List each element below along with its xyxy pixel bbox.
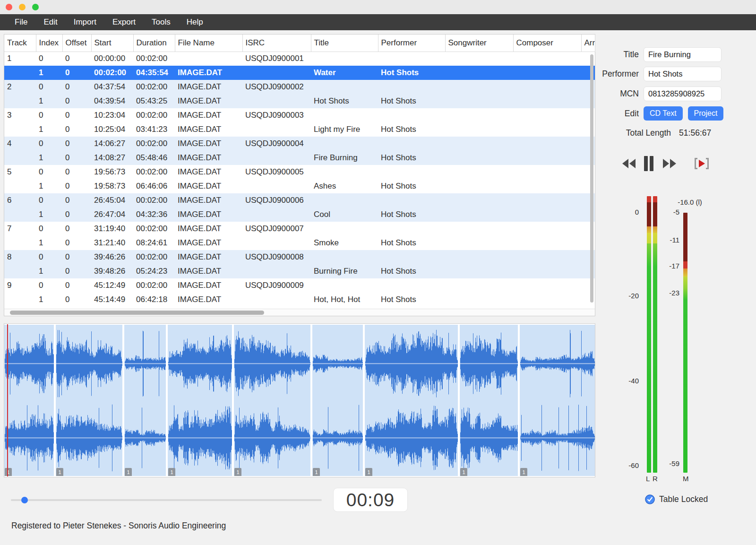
table-horizontal-scrollbar-thumb[interactable] — [10, 311, 264, 315]
cd-text-button[interactable]: CD Text — [644, 106, 683, 121]
menu-item-tools[interactable]: Tools — [144, 14, 179, 30]
cell-title — [311, 80, 378, 94]
level-meters: -16.0 (l) 0 -20 -40 -60 -5 -11 -17 -23 -… — [595, 196, 756, 485]
table-locked-toggle[interactable]: Table Locked — [644, 494, 708, 505]
table-row[interactable]: 1031:21:4008:24:61IMAGE.DATSmokeHot Shot… — [4, 236, 595, 250]
cell-index: 1 — [36, 122, 62, 137]
column-header-index[interactable]: Index — [36, 35, 62, 52]
cell-duration: 00:02:00 — [133, 193, 175, 208]
column-header-songwriter[interactable]: Songwriter — [445, 35, 513, 52]
cell-songwriter — [445, 278, 513, 293]
insert-marker-button[interactable] — [693, 156, 710, 171]
column-header-duration[interactable]: Duration — [133, 35, 175, 52]
zoom-window-button[interactable] — [32, 4, 39, 10]
cell-offset: 0 — [62, 94, 91, 108]
cell-performer — [378, 222, 445, 236]
column-header-start[interactable]: Start — [91, 35, 133, 52]
cell-file — [175, 52, 242, 66]
table-row[interactable]: 1026:47:0404:32:36IMAGE.DATCoolHot Shots — [4, 208, 595, 222]
table-vertical-scrollbar-thumb[interactable] — [590, 54, 593, 303]
table-row[interactable]: 60026:45:0400:02:00IMAGE.DATUSQDJ0900006 — [4, 193, 595, 208]
table-row[interactable]: 1039:48:2605:24:23IMAGE.DATBurning FireH… — [4, 264, 595, 278]
cell-songwriter — [445, 151, 513, 165]
cell-songwriter — [445, 193, 513, 208]
cell-index: 0 — [36, 137, 62, 151]
table-row[interactable]: 1045:14:4906:42:18IMAGE.DATHot, Hot, Hot… — [4, 293, 595, 307]
seek-slider-thumb[interactable] — [21, 497, 28, 503]
table-row[interactable]: 1014:08:2705:48:46IMAGE.DATFire BurningH… — [4, 151, 595, 165]
project-button[interactable]: Project — [688, 106, 724, 121]
table-row[interactable]: 20004:37:5400:02:00IMAGE.DATUSQDJ0900002 — [4, 80, 595, 94]
column-header-file-name[interactable]: File Name — [175, 35, 242, 52]
table-row[interactable]: 30010:23:0400:02:00IMAGE.DATUSQDJ0900003 — [4, 108, 595, 122]
seek-slider-track[interactable] — [11, 499, 322, 501]
table-horizontal-scrollbar[interactable] — [4, 309, 595, 316]
meter-scale-label: -17 — [661, 262, 679, 270]
table-row[interactable]: 10000:00:0000:02:00USQDJ0900001 — [4, 52, 595, 66]
title-input[interactable] — [644, 47, 722, 62]
cell-composer — [513, 94, 581, 108]
minimize-window-button[interactable] — [19, 4, 26, 10]
cell-isrc — [242, 208, 311, 222]
table-row[interactable]: 1000:02:0004:35:54IMAGE.DATWaterHot Shot… — [4, 66, 595, 80]
meter-scale-label: -23 — [661, 289, 679, 297]
cell-index: 1 — [36, 236, 62, 250]
table-row[interactable]: 1004:39:5405:43:25IMAGE.DATHot ShotsHot … — [4, 94, 595, 108]
mcn-input[interactable] — [644, 87, 722, 101]
cell-isrc: USQDJ0900007 — [242, 222, 311, 236]
meter-scale-label: -40 — [620, 377, 639, 385]
column-header-track[interactable]: Track — [4, 35, 36, 52]
menu-item-file[interactable]: File — [7, 14, 35, 30]
cell-offset: 0 — [62, 66, 91, 80]
column-header-performer[interactable]: Performer — [378, 35, 445, 52]
cell-duration: 05:48:46 — [133, 151, 175, 165]
column-header-arr[interactable]: Arr — [581, 35, 595, 52]
column-header-isrc[interactable]: ISRC — [242, 35, 311, 52]
menu-item-help[interactable]: Help — [179, 14, 211, 30]
column-header-offset[interactable]: Offset — [62, 35, 91, 52]
close-window-button[interactable] — [6, 4, 12, 10]
cell-composer — [513, 179, 581, 193]
cell-isrc: USQDJ0900001 — [242, 52, 311, 66]
fast-forward-button[interactable] — [662, 158, 677, 169]
cell-songwriter — [445, 94, 513, 108]
waveform-display[interactable]: 111111111 — [4, 323, 595, 477]
table-row[interactable]: 70031:19:4000:02:00IMAGE.DATUSQDJ0900007 — [4, 222, 595, 236]
menu-item-import[interactable]: Import — [66, 14, 104, 30]
table-row[interactable]: 1019:58:7306:46:06IMAGE.DATAshesHot Shot… — [4, 179, 595, 193]
cell-offset: 0 — [62, 293, 91, 307]
cell-performer: Hot Shots — [378, 264, 445, 278]
cell-performer — [378, 278, 445, 293]
playhead-cursor[interactable] — [7, 324, 8, 476]
cell-start: 00:02:00 — [91, 66, 133, 80]
pause-button[interactable] — [643, 156, 654, 171]
column-header-title[interactable]: Title — [311, 35, 378, 52]
waveform-canvas[interactable] — [4, 324, 595, 477]
cell-title — [311, 222, 378, 236]
cell-file: IMAGE.DAT — [175, 122, 242, 137]
menu-item-export[interactable]: Export — [104, 14, 144, 30]
cell-composer — [513, 193, 581, 208]
cell-songwriter — [445, 179, 513, 193]
cell-title — [311, 52, 378, 66]
table-vertical-scrollbar[interactable] — [589, 52, 594, 308]
performer-input[interactable] — [644, 67, 722, 81]
cell-index: 0 — [36, 80, 62, 94]
table-row[interactable]: 80039:46:2600:02:00IMAGE.DATUSQDJ0900008 — [4, 250, 595, 264]
cell-isrc — [242, 293, 311, 307]
seek-slider[interactable] — [11, 496, 322, 504]
cell-start: 14:08:27 — [91, 151, 133, 165]
table-row[interactable]: 1010:25:0403:41:23IMAGE.DATLight my Fire… — [4, 122, 595, 137]
table-row[interactable]: 50019:56:7300:02:00IMAGE.DATUSQDJ0900005 — [4, 165, 595, 179]
meter-bar-right — [653, 196, 657, 473]
cell-offset: 0 — [62, 108, 91, 122]
cell-performer — [378, 193, 445, 208]
menu-item-edit[interactable]: Edit — [35, 14, 65, 30]
cell-file: IMAGE.DAT — [175, 236, 242, 250]
column-header-composer[interactable]: Composer — [513, 35, 581, 52]
cell-songwriter — [445, 222, 513, 236]
table-row[interactable]: 40014:06:2700:02:00IMAGE.DATUSQDJ0900004 — [4, 137, 595, 151]
cell-duration: 08:24:61 — [133, 236, 175, 250]
rewind-button[interactable] — [621, 158, 636, 169]
table-row[interactable]: 90045:12:4900:02:00IMAGE.DATUSQDJ0900009 — [4, 278, 595, 293]
